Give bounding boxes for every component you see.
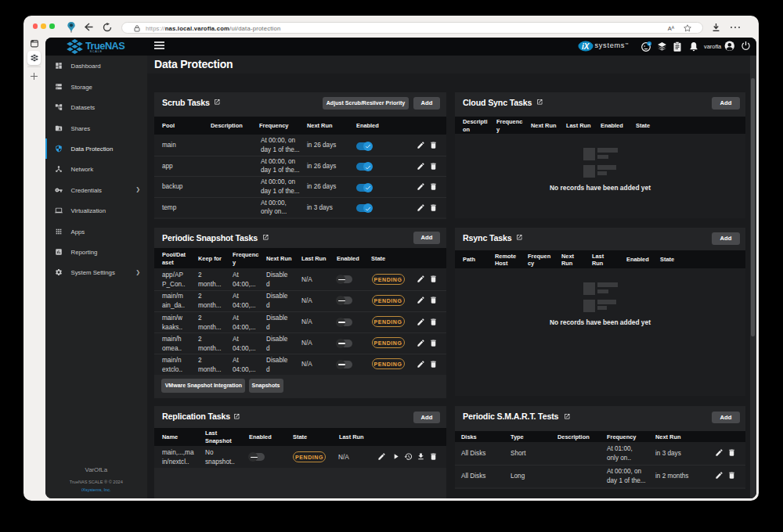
svg-text:iX: iX [582, 42, 590, 51]
svg-text:+: + [648, 42, 650, 46]
